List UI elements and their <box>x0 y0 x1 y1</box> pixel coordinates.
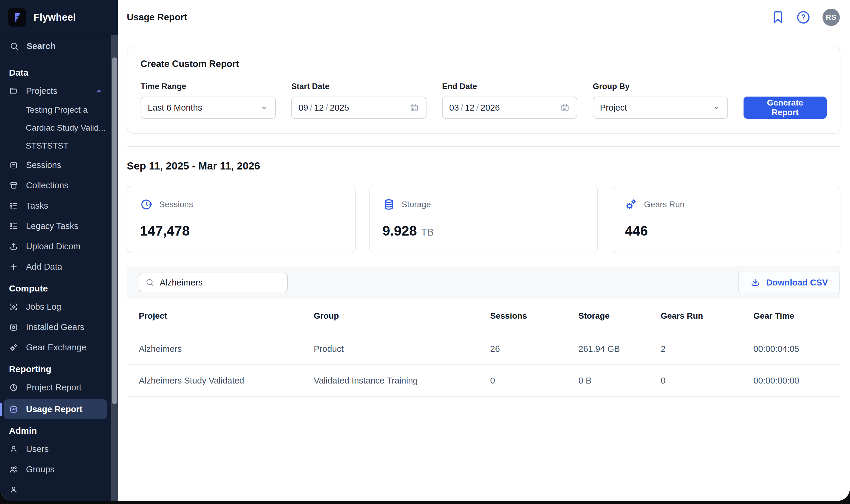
sidebar-item-testing-project[interactable]: Testing Project a <box>0 101 111 119</box>
end-date-field: End Date 03/12/2026 <box>442 82 577 119</box>
sidebar-item-search[interactable]: Search <box>0 35 111 57</box>
table-row: Alzheimers Study Validated Validated Ins… <box>127 365 840 397</box>
cell-group: Product <box>314 344 490 354</box>
sidebar-item-stststst[interactable]: STSTSTST <box>0 137 111 155</box>
cell-group: Validated Instance Training <box>314 376 490 385</box>
collections-icon <box>9 181 18 190</box>
sidebar-item-sessions[interactable]: Sessions <box>0 155 111 175</box>
stat-value: 446 <box>625 223 648 239</box>
download-icon <box>750 277 760 288</box>
svg-text:?: ? <box>801 13 806 21</box>
download-csv-button[interactable]: Download CSV <box>738 271 840 294</box>
group-by-label: Group By <box>593 82 728 91</box>
upload-icon <box>9 242 18 251</box>
table-search[interactable] <box>139 273 288 292</box>
help-button[interactable]: ? <box>796 10 811 24</box>
column-header-storage[interactable]: Storage <box>579 311 661 321</box>
folder-icon <box>9 86 18 96</box>
clock-history-icon <box>140 198 153 211</box>
cell-sessions: 0 <box>490 376 579 385</box>
cell-storage: 0 B <box>579 376 661 385</box>
sidebar-section-data: Data <box>0 68 111 78</box>
start-date-field: Start Date 09/12/2025 <box>291 82 426 119</box>
user-icon <box>9 445 18 454</box>
cell-gears-run: 0 <box>661 376 754 385</box>
stat-value: 9.928 <box>383 223 417 239</box>
create-report-card: Create Custom Report Time Range Last 6 M… <box>127 47 840 133</box>
sidebar-item-partial[interactable] <box>0 480 111 500</box>
gears-run-stat-card: Gears Run 446 <box>612 186 840 253</box>
end-date-label: End Date <box>442 82 577 91</box>
sessions-stat-card: Sessions 147,478 <box>127 186 356 253</box>
divider <box>127 146 840 147</box>
cell-gears-run: 2 <box>661 344 754 354</box>
app-window: Flywheel Search Data Projects Testing Pr… <box>0 0 850 501</box>
sidebar-scrollbar-thumb[interactable] <box>112 57 117 404</box>
sidebar-item-collections[interactable]: Collections <box>0 175 111 196</box>
logo-row: Flywheel <box>0 0 111 35</box>
gear-exchange-icon <box>9 343 18 352</box>
column-header-sessions[interactable]: Sessions <box>490 311 579 321</box>
search-input[interactable] <box>160 278 281 288</box>
top-bar: Usage Report ? RS <box>118 0 850 35</box>
column-header-gears-run[interactable]: Gears Run <box>661 311 754 321</box>
sidebar-item-groups[interactable]: Groups <box>0 459 111 480</box>
stat-label: Sessions <box>159 200 193 209</box>
sidebar-scrollbar <box>111 35 118 501</box>
sidebar-item-cardiac-study[interactable]: Cardiac Study Valid... <box>0 119 111 137</box>
sidebar-item-tasks[interactable]: Tasks <box>0 196 111 216</box>
sessions-icon <box>9 161 18 170</box>
cell-gear-time: 00:00:00:00 <box>754 376 829 385</box>
cell-project: Alzheimers Study Validated <box>139 376 314 385</box>
sidebar: Flywheel Search Data Projects Testing Pr… <box>0 0 118 501</box>
topbar-actions: ? RS <box>772 9 840 26</box>
user-icon <box>9 485 18 494</box>
end-date-input[interactable]: 03/12/2026 <box>442 96 577 119</box>
avatar[interactable]: RS <box>822 9 840 26</box>
bookmark-button[interactable] <box>772 11 784 24</box>
sidebar-item-usage-report[interactable]: Usage Report <box>4 399 107 419</box>
table-header-row: Project Group ↑ Sessions Storage Gears R… <box>127 299 840 333</box>
sort-asc-icon: ↑ <box>342 311 346 321</box>
sidebar-nav: Data Projects Testing Project a Cardiac … <box>0 57 111 500</box>
plus-icon <box>9 262 18 271</box>
sidebar-item-upload-dicom[interactable]: Upload Dicom <box>0 236 111 256</box>
calendar-icon[interactable] <box>560 103 570 113</box>
sidebar-item-add-data[interactable]: Add Data <box>0 256 111 277</box>
sidebar-item-installed-gears[interactable]: Installed Gears <box>0 317 111 337</box>
time-range-field: Time Range Last 6 Months <box>141 82 276 119</box>
stat-label: Storage <box>402 200 431 209</box>
usage-report-icon <box>9 405 18 414</box>
sidebar-item-legacy-tasks[interactable]: Legacy Tasks <box>0 216 111 236</box>
column-header-gear-time[interactable]: Gear Time <box>754 311 829 321</box>
chevron-down-icon <box>712 103 721 112</box>
start-date-input[interactable]: 09/12/2025 <box>291 96 426 119</box>
cell-gear-time: 00:00:04:05 <box>754 344 829 354</box>
sidebar-item-projects[interactable]: Projects <box>0 81 111 101</box>
database-icon <box>383 198 395 211</box>
pie-chart-icon <box>9 383 18 392</box>
column-header-group[interactable]: Group ↑ <box>314 311 490 321</box>
stat-value: 147,478 <box>140 223 190 239</box>
sidebar-item-jobs-log[interactable]: Jobs Log <box>0 296 111 317</box>
cell-storage: 261.94 GB <box>579 344 661 354</box>
generate-report-button[interactable]: Generate Report <box>744 96 827 119</box>
tasks-icon <box>9 201 18 211</box>
search-icon <box>145 278 154 287</box>
sidebar-item-gear-exchange[interactable]: Gear Exchange <box>0 337 111 358</box>
time-range-select[interactable]: Last 6 Months <box>141 96 276 119</box>
bookmark-icon <box>772 11 784 24</box>
sidebar-section-admin: Admin <box>0 426 111 436</box>
stats-row: Sessions 147,478 Storage 9.928 TB <box>127 186 840 253</box>
help-icon: ? <box>796 10 811 24</box>
group-by-field: Group By Project <box>593 82 728 119</box>
sidebar-item-project-report[interactable]: Project Report <box>0 377 111 398</box>
column-header-project[interactable]: Project <box>139 311 314 321</box>
sidebar-item-users[interactable]: Users <box>0 439 111 459</box>
main-area: Usage Report ? RS Create Custom Report T… <box>118 0 850 501</box>
stat-unit: TB <box>421 227 434 238</box>
group-by-select[interactable]: Project <box>593 96 728 119</box>
search-icon <box>10 41 19 51</box>
table-toolbar: Download CSV <box>127 266 840 299</box>
calendar-icon[interactable] <box>409 103 419 113</box>
